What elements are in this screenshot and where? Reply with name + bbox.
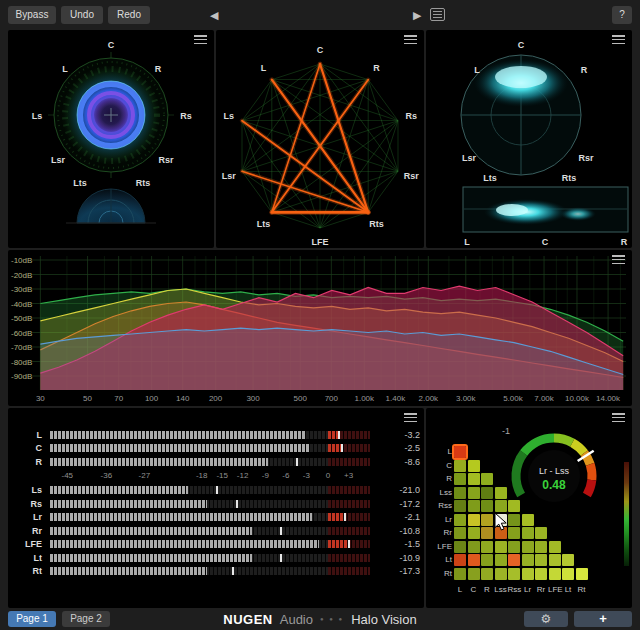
level-meter-Rr[interactable] [50, 527, 370, 535]
matrix-cell-Rt-LFE[interactable] [549, 568, 561, 580]
spectrum-panel-menu-icon[interactable] [612, 255, 625, 264]
matrix-cell-C-L[interactable] [454, 460, 466, 472]
meter-value: -17.2 [370, 499, 420, 509]
meter-value: -2.5 [370, 443, 420, 453]
matrix-cell-Lt-Rss[interactable] [508, 554, 520, 566]
undo-button[interactable]: Undo [61, 6, 103, 24]
matrix-panel-menu-icon[interactable] [612, 413, 625, 422]
matrix-cell-Lt-L[interactable] [454, 554, 466, 566]
level-meter-LFE[interactable] [50, 540, 370, 548]
meter-channel-label: R [14, 457, 50, 467]
matrix-cell-Rr-L[interactable] [454, 527, 466, 539]
matrix-cell-LFE-C[interactable] [468, 541, 480, 553]
matrix-cell-Lt-LFE[interactable] [549, 554, 561, 566]
meter-row-L: L-3.2 [14, 428, 420, 442]
halo-label-ls: Ls [32, 111, 43, 121]
page-2-tab[interactable]: Page 2 [62, 611, 110, 627]
matrix-cell-Lt-R[interactable] [481, 554, 493, 566]
level-meter-R[interactable] [50, 458, 370, 466]
settings-gear-button[interactable]: ⚙ [524, 611, 568, 627]
matrix-cell-Lt-Lr[interactable] [522, 554, 534, 566]
level-meter-L[interactable] [50, 431, 370, 439]
gauge-pair-label: Lr - Lss [539, 466, 570, 476]
matrix-col-label: C [467, 585, 480, 594]
polar-label-rsr: Rsr [578, 153, 594, 163]
level-meter-Lt[interactable] [50, 554, 370, 562]
matrix-cell-Lt-Rr[interactable] [535, 554, 547, 566]
gauge-min-label: -1 [502, 426, 510, 436]
polar-label-r: R [581, 65, 588, 75]
matrix-cell-Lr-R[interactable] [481, 514, 493, 526]
matrix-cell-Rt-Lss[interactable] [495, 568, 507, 580]
matrix-cell-Lr-L[interactable] [454, 514, 466, 526]
matrix-cell-Lt-Lt[interactable] [562, 554, 574, 566]
web-panel-menu-icon[interactable] [404, 35, 417, 44]
matrix-cell-LFE-Rr[interactable] [535, 541, 547, 553]
matrix-cell-LFE-Lr[interactable] [522, 541, 534, 553]
matrix-cell-R-L[interactable] [454, 473, 466, 485]
db-axis-label: -80dB [11, 358, 32, 367]
matrix-cell-LFE-LFE[interactable] [549, 541, 561, 553]
web-channel-label: Ls [223, 111, 234, 121]
matrix-cell-Lt-C[interactable] [468, 554, 480, 566]
matrix-cell-Lr-C[interactable] [468, 514, 480, 526]
meter-channel-label: Ls [14, 485, 50, 495]
matrix-cell-L-L[interactable] [454, 446, 466, 458]
matrix-cell-Rt-Rt[interactable] [576, 568, 588, 580]
page-1-tab[interactable]: Page 1 [8, 611, 56, 627]
matrix-cell-Lss-L[interactable] [454, 487, 466, 499]
matrix-cell-R-R[interactable] [481, 473, 493, 485]
matrix-cell-R-C[interactable] [468, 473, 480, 485]
add-panel-button[interactable]: + [574, 611, 632, 627]
matrix-cell-Rss-L[interactable] [454, 500, 466, 512]
topbar: Bypass Undo Redo ◀ ▶ ? [0, 0, 640, 30]
matrix-cell-Rr-Rr[interactable] [535, 527, 547, 539]
preset-list-icon[interactable] [430, 8, 445, 21]
matrix-cell-Rt-L[interactable] [454, 568, 466, 580]
scale-tick-label: -3 [303, 471, 310, 480]
matrix-cell-Rr-R[interactable] [481, 527, 493, 539]
height-label-r: R [621, 237, 628, 247]
meter-value: -17.3 [370, 566, 420, 576]
bypass-button[interactable]: Bypass [8, 6, 56, 24]
meters-panel-menu-icon[interactable] [404, 413, 417, 422]
meter-channel-label: Rt [14, 566, 50, 576]
matrix-cell-Rr-Lr[interactable] [522, 527, 534, 539]
matrix-cell-Rss-C[interactable] [468, 500, 480, 512]
level-meter-C[interactable] [50, 444, 370, 452]
scale-tick-label: -15 [216, 471, 228, 480]
prev-arrow-icon[interactable]: ◀ [210, 7, 218, 23]
level-meter-Lr[interactable] [50, 513, 370, 521]
matrix-cell-LFE-Rss[interactable] [508, 541, 520, 553]
matrix-cell-Lss-C[interactable] [468, 487, 480, 499]
web-channel-label: Lsr [222, 171, 237, 181]
level-meter-Rt[interactable] [50, 567, 370, 575]
matrix-cell-Rt-Lt[interactable] [562, 568, 574, 580]
matrix-cell-LFE-R[interactable] [481, 541, 493, 553]
matrix-cell-C-C[interactable] [468, 460, 480, 472]
correlation-web-panel: CRRsRsrRtsLFELtsLsrLsL [216, 30, 424, 248]
web-channel-label: R [373, 63, 380, 73]
polar-panel-menu-icon[interactable] [612, 35, 625, 44]
meter-channel-label: Lt [14, 553, 50, 563]
matrix-cell-Lt-Lss[interactable] [495, 554, 507, 566]
matrix-cell-LFE-Lss[interactable] [495, 541, 507, 553]
matrix-cell-Rt-Rr[interactable] [535, 568, 547, 580]
help-button[interactable]: ? [612, 6, 632, 24]
next-arrow-icon[interactable]: ▶ [413, 7, 421, 23]
level-meter-Ls[interactable] [50, 486, 370, 494]
redo-button[interactable]: Redo [108, 6, 150, 24]
matrix-cell-Rr-Lss[interactable] [495, 527, 507, 539]
freq-axis-label: 200 [209, 394, 223, 403]
matrix-cell-LFE-L[interactable] [454, 541, 466, 553]
matrix-cell-Rt-Rss[interactable] [508, 568, 520, 580]
matrix-cell-Rr-Rss[interactable] [508, 527, 520, 539]
matrix-cell-Lss-R[interactable] [481, 487, 493, 499]
matrix-cell-Rr-C[interactable] [468, 527, 480, 539]
halo-panel-menu-icon[interactable] [194, 35, 207, 44]
level-meter-Rs[interactable] [50, 500, 370, 508]
matrix-cell-Rt-Lr[interactable] [522, 568, 534, 580]
matrix-cell-Rss-R[interactable] [481, 500, 493, 512]
matrix-cell-Rt-C[interactable] [468, 568, 480, 580]
matrix-cell-Rt-R[interactable] [481, 568, 493, 580]
